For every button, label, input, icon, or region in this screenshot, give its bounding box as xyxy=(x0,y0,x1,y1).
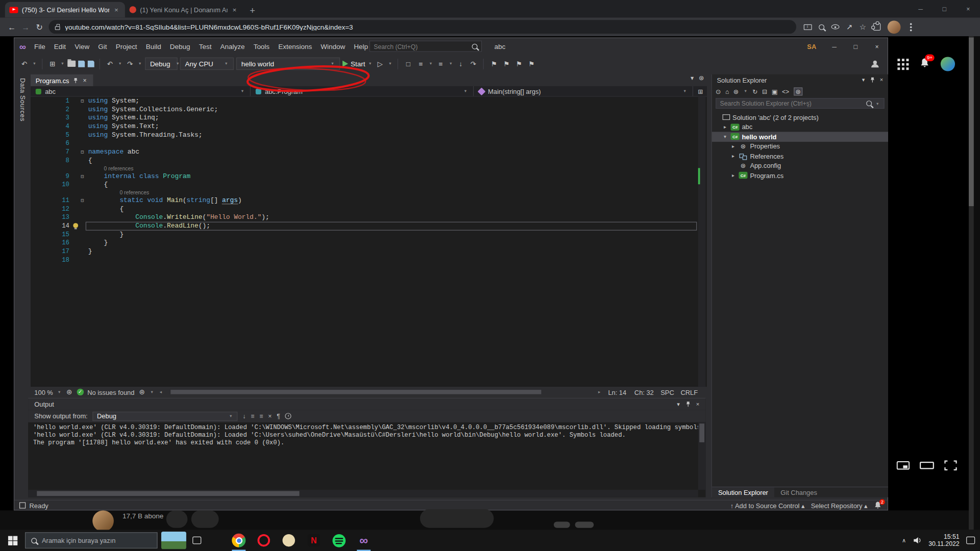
start-without-debug-icon[interactable]: ▷ xyxy=(375,60,385,68)
code-line[interactable]: 18 xyxy=(31,256,707,265)
taskbar-app-icon[interactable] xyxy=(276,530,301,551)
scroll-right-icon[interactable]: ▸ xyxy=(597,389,602,394)
undo-icon[interactable]: ↶ xyxy=(105,60,115,68)
news-widget-thumbnail[interactable] xyxy=(161,532,186,549)
tree-item-properties[interactable]: ▸Properties xyxy=(712,141,888,151)
document-tab-programcs[interactable]: Program.cs × xyxy=(31,74,93,86)
split-window-icon[interactable]: ⊞ xyxy=(698,88,703,94)
list-icon[interactable]: ≡ xyxy=(416,60,426,68)
properties-icon[interactable]: ▣ xyxy=(772,88,778,94)
vs-menu-build[interactable]: Build xyxy=(141,38,165,55)
code-line[interactable]: 15 } xyxy=(31,230,707,239)
taskbar-clock[interactable]: 15:51 30.11.2022 xyxy=(928,533,959,547)
navigate-back-icon[interactable]: ↶ xyxy=(19,60,30,68)
task-list-icon[interactable] xyxy=(19,502,26,508)
quick-actions-lightbulb[interactable] xyxy=(73,223,78,228)
nav-type-dropdown[interactable]: abc.Program▾ xyxy=(251,86,474,96)
code-line[interactable]: 8{ xyxy=(31,157,707,165)
theater-mode-icon[interactable] xyxy=(919,460,934,470)
window-maximize-button[interactable]: □ xyxy=(933,0,957,17)
output-horizontal-scrollbar[interactable] xyxy=(28,490,698,497)
browser-menu-icon[interactable] xyxy=(910,26,912,28)
address-bar[interactable]: youtube.com/watch?v=81-SqSIlub4&list=PLU… xyxy=(49,20,796,34)
forward-button[interactable]: → xyxy=(19,22,33,31)
clear-all-icon[interactable]: × xyxy=(268,413,272,419)
fullscreen-icon[interactable] xyxy=(944,460,958,471)
tray-expand-icon[interactable]: ∧ xyxy=(902,537,906,543)
code-line[interactable]: 17} xyxy=(31,247,707,256)
bookmark-icon[interactable]: ⚑ xyxy=(514,60,524,68)
like-dislike-pill[interactable] xyxy=(420,509,494,528)
action-button[interactable] xyxy=(554,521,570,528)
action-button[interactable] xyxy=(575,521,594,528)
channel-button[interactable] xyxy=(191,510,219,528)
bookmark-icon[interactable]: ⚑ xyxy=(526,60,536,68)
apps-grid-icon[interactable] xyxy=(897,58,909,69)
tab-solution-explorer[interactable]: Solution Explorer xyxy=(712,487,774,497)
tree-item-hello-world[interactable]: ▾C#hello world xyxy=(712,132,888,141)
tree-item-app-config[interactable]: App.config xyxy=(712,161,888,170)
code-line[interactable]: 12 { xyxy=(31,205,707,213)
start-button[interactable]: Start xyxy=(351,60,365,68)
platform-dropdown[interactable]: Any CPU▾ xyxy=(180,58,234,70)
open-folder-icon[interactable] xyxy=(67,61,76,67)
code-line[interactable]: 16 } xyxy=(31,239,707,247)
home-icon[interactable]: ⌂ xyxy=(725,88,729,94)
editor-horizontal-scrollbar[interactable] xyxy=(169,389,591,395)
code-line[interactable]: 13 Console.WriteLine("Hello World."); xyxy=(31,213,707,222)
back-button[interactable]: ← xyxy=(5,22,19,31)
share-icon[interactable]: ↗ xyxy=(846,22,852,31)
find-message-icon[interactable]: ↓ xyxy=(242,413,246,419)
code-line[interactable]: 14 Console.ReadLine(); xyxy=(31,222,707,231)
code-line[interactable]: 9⊟ internal class Program xyxy=(31,172,707,181)
output-vertical-scrollbar[interactable] xyxy=(698,422,706,490)
start-debug-icon[interactable] xyxy=(342,61,348,67)
save-icon[interactable] xyxy=(78,60,85,67)
window-minimize-button[interactable]: ─ xyxy=(909,0,933,17)
browser-tab-forum[interactable]: (1) Yeni Konu Aç | Donanım Arşivi × xyxy=(125,2,245,18)
action-center-icon[interactable] xyxy=(966,537,975,544)
profile-avatar[interactable] xyxy=(888,20,901,34)
code-line[interactable]: 2using System.Collections.Generic; xyxy=(31,106,707,114)
install-icon[interactable] xyxy=(804,24,812,30)
list-icon[interactable]: ≡ xyxy=(436,60,446,68)
taskbar-search-input[interactable]: Aramak için buraya yazın xyxy=(25,532,158,548)
feedback-icon[interactable] xyxy=(871,60,879,67)
code-line[interactable]: 5using System.Threading.Tasks; xyxy=(31,131,707,140)
vs-close-button[interactable]: × xyxy=(866,38,888,55)
tab-list-icon[interactable]: ▾ xyxy=(691,74,694,81)
code-line[interactable]: 1⊟using System; xyxy=(31,97,707,106)
close-icon[interactable]: × xyxy=(880,77,883,83)
window-position-icon[interactable]: ▾ xyxy=(862,77,865,83)
new-item-icon[interactable]: ⊞ xyxy=(47,60,58,68)
miniplayer-icon[interactable] xyxy=(896,460,910,470)
tab-git-changes[interactable]: Git Changes xyxy=(774,487,823,497)
channel-avatar[interactable] xyxy=(92,510,114,532)
taskbar-spotify-icon[interactable] xyxy=(326,530,351,551)
code-line[interactable]: 6 xyxy=(31,140,707,148)
vs-account-initials[interactable]: SA xyxy=(807,42,816,50)
tab-close-icon[interactable]: × xyxy=(113,6,120,14)
step-over-icon[interactable]: ↷ xyxy=(468,60,478,68)
goto-next-icon[interactable]: ≡ xyxy=(259,413,263,419)
editor-scrollbar[interactable] xyxy=(698,97,706,387)
reload-button[interactable]: ↻ xyxy=(33,22,46,31)
tree-item-references[interactable]: ▸References xyxy=(712,151,888,161)
task-view-button[interactable] xyxy=(186,537,208,544)
vs-menu-edit[interactable]: Edit xyxy=(50,38,70,55)
accessibility-icon[interactable]: ⊛ xyxy=(65,388,73,396)
nav-member-dropdown[interactable]: Main(string[] args)▾ xyxy=(474,86,693,96)
bookmark-icon[interactable]: ⚑ xyxy=(501,60,511,68)
vs-menu-extensions[interactable]: Extensions xyxy=(274,38,316,55)
volume-icon[interactable] xyxy=(913,537,922,544)
page-scrollbar[interactable] xyxy=(969,36,974,530)
vs-minimize-button[interactable]: ─ xyxy=(824,38,845,55)
issues-label[interactable]: No issues found xyxy=(87,388,134,396)
sync-icon[interactable]: ↻ xyxy=(752,88,757,94)
step-into-icon[interactable]: ↓ xyxy=(456,60,466,68)
window-position-icon[interactable]: ▾ xyxy=(677,401,680,407)
code-line[interactable]: 7⊟namespace abc xyxy=(31,148,707,157)
column-indicator[interactable]: Ch: 32 xyxy=(634,388,660,396)
code-line[interactable]: 3using System.Linq; xyxy=(31,114,707,122)
code-view-icon[interactable]: <> xyxy=(782,88,789,94)
